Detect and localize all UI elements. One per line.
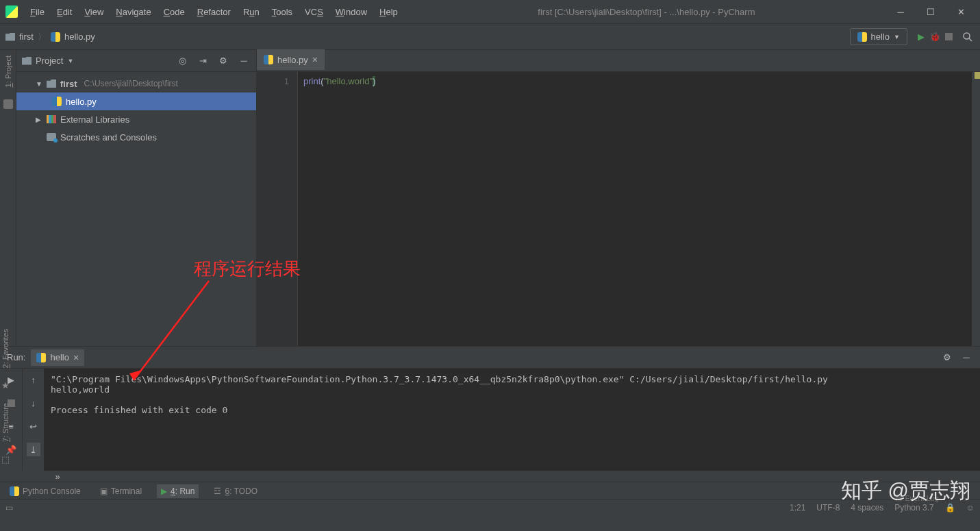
python-icon bbox=[52, 97, 62, 106]
tree-root[interactable]: ▼ first C:\Users\jiali\Desktop\first bbox=[16, 75, 256, 92]
left-tab-structure[interactable]: 7: Structure bbox=[1, 403, 10, 442]
run-tab[interactable]: hello × bbox=[31, 349, 84, 366]
code-content[interactable]: print("hello,world") bbox=[298, 72, 972, 346]
breadcrumb-file[interactable]: hello.py bbox=[64, 32, 95, 42]
maximize-button[interactable]: ☐ bbox=[920, 3, 942, 20]
python-icon bbox=[857, 32, 867, 42]
left-tool-strip: 1: Project bbox=[0, 50, 16, 346]
left-tab-favorites[interactable]: 2: Favorites bbox=[1, 329, 10, 368]
folder-icon bbox=[5, 33, 15, 41]
warning-marker[interactable] bbox=[975, 72, 980, 79]
status-indent[interactable]: 4 spaces bbox=[851, 503, 883, 513]
project-panel-title[interactable]: Project bbox=[36, 55, 63, 66]
menu-tools[interactable]: Tools bbox=[266, 4, 298, 20]
menu-file[interactable]: File bbox=[25, 4, 50, 20]
close-tab-icon[interactable]: × bbox=[312, 54, 318, 65]
close-button[interactable]: ✕ bbox=[950, 3, 972, 20]
console-output[interactable]: "C:\Program Files\WindowsApps\PythonSoft… bbox=[44, 369, 980, 471]
menu-help[interactable]: Help bbox=[374, 4, 403, 20]
wrap-button[interactable]: ↩ bbox=[27, 419, 40, 433]
expand-icon[interactable]: ▼ bbox=[36, 80, 42, 88]
tree-file-hello[interactable]: hello.py bbox=[16, 92, 256, 110]
menu-edit[interactable]: Edit bbox=[51, 4, 77, 20]
menu-window[interactable]: Window bbox=[330, 4, 373, 20]
breadcrumb-project[interactable]: first bbox=[19, 32, 34, 42]
tree-root-path: C:\Users\jiali\Desktop\first bbox=[84, 79, 178, 88]
todo-icon: ☲ bbox=[214, 486, 221, 496]
tab-hello[interactable]: hello.py × bbox=[257, 49, 325, 71]
project-tree: ▼ first C:\Users\jiali\Desktop\first hel… bbox=[16, 72, 256, 149]
run-toolbar-nav: ↑ ↓ ↩ ⤓ bbox=[22, 369, 44, 471]
down-button[interactable]: ↓ bbox=[27, 396, 40, 410]
close-run-tab-icon[interactable]: × bbox=[73, 352, 79, 363]
locate-icon[interactable]: ◎ bbox=[175, 54, 189, 68]
minimize-run-icon[interactable]: ─ bbox=[959, 351, 973, 365]
menu-code[interactable]: Code bbox=[158, 4, 190, 20]
menu-view[interactable]: View bbox=[79, 4, 109, 20]
status-caret-pos[interactable]: 1:21 bbox=[790, 503, 805, 513]
left-tab-project[interactable]: 1: Project bbox=[4, 55, 12, 87]
gear-icon[interactable]: ⚙ bbox=[940, 351, 954, 365]
main-area: 1: Project Project ▼ ◎ ⇥ ⚙ ─ ▼ first C:\… bbox=[0, 50, 980, 346]
run-panel-header: Run: hello × ⚙ ─ bbox=[0, 347, 980, 369]
log-icon: ▤ bbox=[895, 493, 902, 502]
status-bar: ▭ 1:21 UTF-8 4 spaces Python 3.7 🔒 ☺ bbox=[0, 499, 980, 515]
status-encoding[interactable]: UTF-8 bbox=[816, 503, 840, 513]
gear-icon[interactable]: ⚙ bbox=[216, 54, 230, 68]
tree-root-name: first bbox=[60, 79, 77, 89]
project-panel: Project ▼ ◎ ⇥ ⚙ ─ ▼ first C:\Users\jiali… bbox=[16, 50, 257, 346]
menu-navigate[interactable]: Navigate bbox=[110, 4, 156, 20]
btab-terminal[interactable]: ▣ Terminal bbox=[96, 484, 146, 498]
python-icon bbox=[10, 486, 19, 496]
tree-external-label: External Libraries bbox=[60, 114, 129, 125]
menu-vcs[interactable]: VCS bbox=[299, 4, 329, 20]
breadcrumb-sep: 〉 bbox=[38, 31, 47, 43]
python-icon bbox=[264, 55, 273, 64]
run-body: ▶ ≡ 📌 ↑ ↓ ↩ ⤓ "C:\Program Files\WindowsA… bbox=[0, 369, 980, 471]
editor-scrollbar[interactable] bbox=[972, 72, 980, 346]
terminal-icon: ▣ bbox=[100, 486, 108, 496]
class-icon[interactable] bbox=[3, 99, 13, 109]
expand-icon[interactable]: ▶ bbox=[36, 116, 42, 123]
play-icon: ▶ bbox=[161, 486, 167, 496]
title-bar: File Edit View Navigate Code Refactor Ru… bbox=[0, 0, 980, 24]
project-panel-header: Project ▼ ◎ ⇥ ⚙ ─ bbox=[16, 50, 256, 72]
scroll-end-button[interactable]: ⤓ bbox=[27, 443, 40, 456]
chevron-down-icon[interactable]: ▼ bbox=[67, 58, 73, 64]
folder-icon bbox=[22, 57, 32, 65]
svg-line-1 bbox=[969, 38, 972, 41]
tree-external-libs[interactable]: ▶ External Libraries bbox=[16, 110, 256, 128]
btab-todo[interactable]: ☲ 6: TODO bbox=[210, 484, 262, 498]
btab-python-console[interactable]: Python Console bbox=[5, 484, 85, 498]
tree-file-name: hello.py bbox=[66, 97, 97, 107]
stop-button[interactable] bbox=[942, 30, 955, 44]
btab-run[interactable]: ▶ 4: Run bbox=[157, 484, 199, 498]
run-button[interactable]: ▶ bbox=[914, 30, 928, 44]
inspector-icon[interactable]: ☺ bbox=[966, 503, 975, 513]
star-icon[interactable]: ★ bbox=[1, 380, 10, 391]
status-icon[interactable]: ▭ bbox=[5, 503, 13, 513]
run-config-name: hello bbox=[871, 32, 890, 42]
event-log-tab[interactable]: ▤ Event Log bbox=[895, 493, 939, 502]
pycharm-icon bbox=[5, 5, 18, 18]
structure-icon[interactable]: ⬚ bbox=[1, 454, 10, 465]
minimize-button[interactable]: ─ bbox=[890, 3, 912, 20]
menu-refactor[interactable]: Refactor bbox=[192, 4, 236, 20]
tab-label: hello.py bbox=[277, 55, 308, 65]
search-everywhere-button[interactable] bbox=[961, 30, 975, 44]
code-area[interactable]: 1 print("hello,world") bbox=[257, 72, 980, 346]
menu-run[interactable]: Run bbox=[238, 4, 265, 20]
editor: hello.py × 1 print("hello,world") bbox=[257, 50, 980, 346]
more-button[interactable]: » bbox=[51, 469, 64, 483]
python-icon bbox=[51, 32, 60, 42]
run-config-selector[interactable]: hello ▼ bbox=[850, 28, 907, 45]
run-label: Run: bbox=[7, 352, 25, 362]
debug-button[interactable]: 🐞 bbox=[928, 30, 942, 44]
window-controls: ─ ☐ ✕ bbox=[890, 3, 972, 20]
status-python[interactable]: Python 3.7 bbox=[894, 503, 933, 513]
up-button[interactable]: ↑ bbox=[27, 373, 40, 386]
lock-icon[interactable]: 🔒 bbox=[945, 503, 955, 513]
minimize-panel-icon[interactable]: ─ bbox=[237, 54, 251, 68]
collapse-icon[interactable]: ⇥ bbox=[196, 54, 210, 68]
tree-scratches[interactable]: Scratches and Consoles bbox=[16, 128, 256, 146]
